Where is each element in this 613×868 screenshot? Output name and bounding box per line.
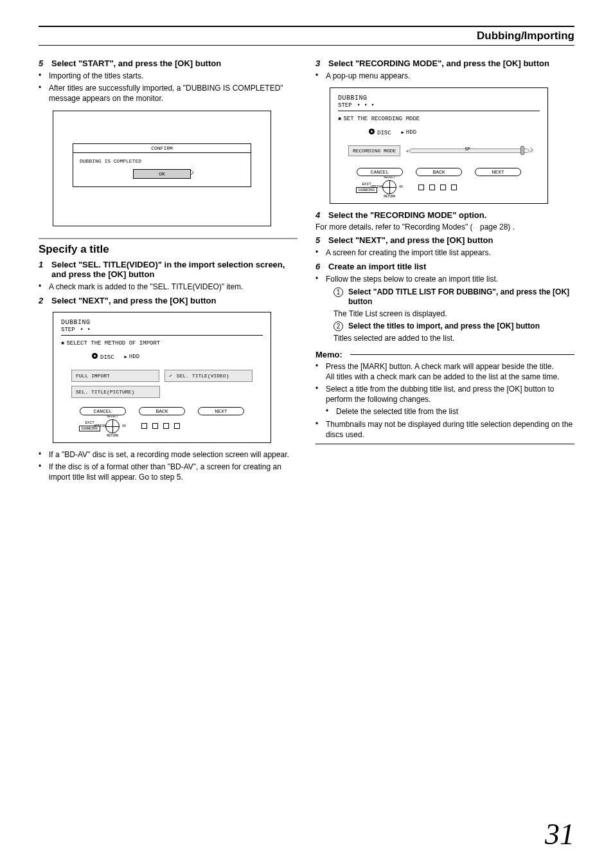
bullet: • If the disc is of a format other than … <box>39 462 298 482</box>
color-key[interactable] <box>141 423 147 429</box>
pointer-icon: ☞ <box>473 224 478 231</box>
step-num: 3 <box>315 59 324 68</box>
step-num: 5 <box>39 59 48 68</box>
color-key[interactable] <box>152 423 158 429</box>
bullet: • Importing of the titles starts. <box>39 71 298 81</box>
memo-bullet: • Thumbnails may not be displayed during… <box>315 419 574 440</box>
check-icon <box>169 373 174 379</box>
recording-mode-slider[interactable]: SP <box>405 147 529 155</box>
step-text: Select "START", and press the [OK] butto… <box>51 59 298 68</box>
section-title: Dubbing/Importing <box>477 30 574 42</box>
color-key[interactable] <box>418 185 424 190</box>
bullet-dot: • <box>39 71 45 80</box>
step-text: Select "SEL. TITLE(VIDEO)" in the import… <box>51 260 298 279</box>
slider-handle[interactable] <box>520 146 524 155</box>
step-label: STEP <box>338 102 352 109</box>
right-column: 3 Select "RECORDING MODE", and press the… <box>315 55 574 484</box>
step-5: 5 Select "START", and press the [OK] but… <box>39 59 298 68</box>
screen-subhead: SET THE RECORDING MODE <box>338 115 540 122</box>
cancel-button[interactable]: CANCEL <box>357 168 403 176</box>
back-button[interactable]: BACK <box>139 407 185 415</box>
exit-label: EXIT <box>362 182 371 186</box>
memo-bullet: • Press the [MARK] button. A check mark … <box>315 361 574 382</box>
back-button[interactable]: BACK <box>416 168 462 176</box>
color-key[interactable] <box>429 185 435 190</box>
step-5: 5 Select "NEXT", and press the [OK] butt… <box>315 235 574 245</box>
arrow-icon: HDD <box>125 354 139 360</box>
cross-ref: For more details, refer to "Recording Mo… <box>315 222 574 231</box>
dpad[interactable]: SELECT OK RETURN OPTION <box>382 180 396 194</box>
step-dots: • • • <box>357 102 375 109</box>
dialog-message: DUBBING IS COMPLETED <box>80 158 244 164</box>
bullet-dot: • <box>315 361 322 370</box>
bullet-dot: • <box>39 282 45 291</box>
bullet-dot: • <box>315 71 322 80</box>
step-label: STEP <box>61 327 75 333</box>
step-text: Select the "RECORDING MODE" option. <box>328 210 574 220</box>
color-key[interactable] <box>174 423 180 429</box>
specify-title-heading: Specify a title <box>39 238 298 256</box>
sel-title-picture-option[interactable]: SEL. TITLE(PICTURE) <box>71 386 160 398</box>
memo-sub-bullet: • Delete the selected title from the lis… <box>326 406 574 417</box>
step-text: Create an import title list <box>328 262 574 271</box>
bullet-dot: • <box>315 384 322 393</box>
screen-title: DUBBING <box>338 95 540 102</box>
substep-1: 1 Select "ADD TITLE LIST FOR DUBBING", a… <box>333 287 574 307</box>
bullet: • After titles are successfully imported… <box>39 83 298 104</box>
dpad[interactable]: SELECT OK RETURN OPTION <box>105 419 120 433</box>
bullet: • Follow the steps below to create an im… <box>315 274 574 284</box>
step-4: 4 Select the "RECORDING MODE" option. <box>315 210 574 220</box>
bullet-dot: • <box>39 83 45 92</box>
ok-button[interactable]: OK <box>133 169 191 179</box>
step-num: 1 <box>39 260 48 269</box>
bullet: • A screen for creating the import title… <box>315 248 574 258</box>
color-key[interactable] <box>163 423 169 429</box>
bullet-dot: • <box>315 248 322 257</box>
circled-1: 1 <box>333 287 343 297</box>
memo-bullet: • Select a title from the dubbing title … <box>315 384 574 404</box>
step-num: 2 <box>39 296 48 305</box>
memo-heading: Memo: <box>315 350 574 359</box>
step-num: 4 <box>315 210 324 220</box>
empty-slot <box>165 386 253 398</box>
next-button[interactable]: NEXT <box>198 407 244 415</box>
circled-2: 2 <box>333 321 343 331</box>
bullet-dot: • <box>39 449 45 458</box>
sel-title-video-option[interactable]: SEL. TITLE(VIDEO) <box>164 370 253 382</box>
cancel-button[interactable]: CANCEL <box>80 407 126 415</box>
arrow-icon: HDD <box>402 129 416 136</box>
color-key[interactable] <box>451 185 457 190</box>
memo-end-rule <box>315 444 574 444</box>
media-row: DISC HDD <box>369 129 540 136</box>
disc-icon <box>369 129 375 134</box>
full-import-option[interactable]: FULL IMPORT <box>71 370 159 382</box>
section-header: Dubbing/Importing <box>39 26 574 46</box>
step-6: 6 Create an import title list <box>315 262 574 271</box>
slider-value: SP <box>465 147 470 152</box>
bullet-dot: • <box>326 406 332 415</box>
bullet-dot: • <box>315 419 322 428</box>
bullet: • A check mark is added to the "SEL. TIT… <box>39 282 298 292</box>
step-3: 3 Select "RECORDING MODE", and press the… <box>315 59 574 68</box>
media-row: DISC HDD <box>92 353 263 361</box>
next-button[interactable]: NEXT <box>475 168 521 176</box>
bullet: • A pop-up menu appears. <box>315 71 574 81</box>
bullet-dot: • <box>315 274 322 283</box>
left-column: 5 Select "START", and press the [OK] but… <box>39 55 298 484</box>
bullet: • If a "BD-AV" disc is set, a recording … <box>39 449 298 460</box>
step-1: 1 Select "SEL. TITLE(VIDEO)" in the impo… <box>39 260 298 279</box>
step-text: Select "RECORDING MODE", and press the [… <box>328 59 574 68</box>
recording-mode-label: RECORDING MODE <box>348 145 400 156</box>
color-key[interactable] <box>440 185 446 190</box>
dubbing-step2-screen: DUBBING STEP • • SELECT THE METHOD OF IM… <box>53 312 271 443</box>
step-text: Select "NEXT", and press the [OK] button <box>51 296 298 305</box>
page-number: 31 <box>545 817 574 851</box>
step-dots: • • <box>80 327 91 333</box>
screen-subhead: SELECT THE METHOD OF IMPORT <box>61 339 263 347</box>
substep-2: 2 Select the titles to import, and press… <box>333 321 574 332</box>
step-2: 2 Select "NEXT", and press the [OK] butt… <box>39 296 298 305</box>
step-num: 5 <box>315 235 324 245</box>
step-text: Select "NEXT", and press the [OK] button <box>328 235 574 245</box>
disc-icon <box>92 353 98 359</box>
dubbing-step3-screen: DUBBING STEP • • • SET THE RECORDING MOD… <box>330 87 548 204</box>
